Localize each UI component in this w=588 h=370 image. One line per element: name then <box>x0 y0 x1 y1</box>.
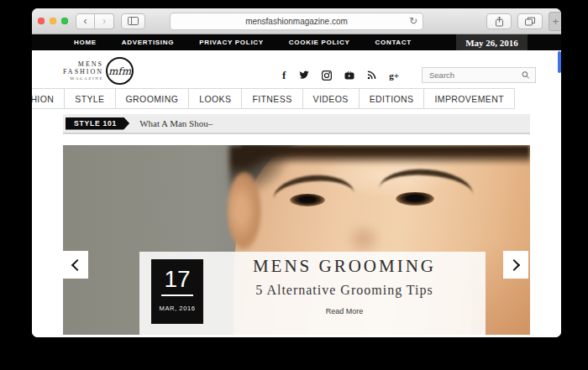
toolbar-right-group: + <box>486 12 555 31</box>
new-tab-button[interactable]: + <box>549 12 561 31</box>
post-day: 17 <box>151 267 203 292</box>
hero-photo-right-eye <box>396 192 434 206</box>
reload-button[interactable]: ↻ <box>409 15 417 27</box>
trending-ticker: STYLE 101 What A Man Shou– <box>63 114 530 134</box>
tab-editions[interactable]: EDITIONS <box>359 88 425 109</box>
twitter-bird-glyph <box>298 70 309 80</box>
window-controls <box>38 18 68 24</box>
minimize-window-button[interactable] <box>50 18 56 24</box>
ticker-headline-link[interactable]: What A Man Shou– <box>139 118 213 128</box>
hero-photo-nose-shadow <box>345 222 382 256</box>
search-input[interactable] <box>428 70 522 81</box>
tab-fitness[interactable]: FITNESS <box>241 88 302 109</box>
show-all-tabs-button[interactable] <box>517 13 543 29</box>
main-nav-tabs: FASHION STYLE GROOMING LOOKS FITNESS VID… <box>32 88 515 109</box>
instagram-glyph <box>322 70 332 81</box>
tabs-overview-icon <box>525 17 535 26</box>
tab-improvement[interactable]: IMPROVEMENT <box>423 88 515 109</box>
nav-link-privacy-policy[interactable]: PRIVACY POLICY <box>199 39 264 46</box>
address-bar[interactable]: mensfashionmagazine.com ↻ <box>170 13 423 30</box>
tab-looks[interactable]: LOOKS <box>188 88 242 109</box>
youtube-glyph <box>344 71 354 80</box>
logo-line-1: MENS <box>63 60 103 68</box>
site-top-nav: HOME ADVERTISING PRIVACY POLICY COOKIE P… <box>32 34 561 50</box>
search-box <box>422 67 536 83</box>
reload-icon: ↻ <box>409 15 417 27</box>
logo-monogram: mfm <box>108 65 131 77</box>
logo-monogram-circle: mfm <box>106 57 134 85</box>
hero-titles: MENS GROOMING 5 Alternative Grooming Tip… <box>203 256 486 315</box>
logo-line-3: MAGAZINE <box>63 76 103 81</box>
back-button[interactable]: ‹ <box>76 13 95 29</box>
chevron-left-icon <box>71 258 83 270</box>
browser-toolbar: ‹ › mensfashionmagazine.com ↻ + <box>32 8 561 34</box>
tab-fashion[interactable]: FASHION <box>32 88 65 109</box>
facebook-icon[interactable]: f <box>282 69 286 82</box>
logo-wordmark: MENS FASHION MAGAZINE <box>63 60 103 81</box>
share-button[interactable] <box>486 13 512 29</box>
rss-glyph <box>367 70 376 80</box>
nav-link-home[interactable]: HOME <box>74 39 97 46</box>
youtube-icon[interactable] <box>344 71 354 80</box>
nav-link-cookie-policy[interactable]: COOKIE POLICY <box>289 39 350 46</box>
social-search-row: f g+ <box>282 67 536 83</box>
tab-grooming[interactable]: GROOMING <box>115 88 190 109</box>
logo-line-2: FASHION <box>63 68 103 76</box>
tab-style[interactable]: STYLE <box>64 88 115 109</box>
carousel-next-button[interactable] <box>503 251 528 279</box>
scrollbar-thumb[interactable] <box>558 51 561 73</box>
carousel-prev-button[interactable] <box>63 251 88 279</box>
nav-link-contact[interactable]: CONTACT <box>375 39 412 46</box>
tab-videos[interactable]: VIDEOS <box>302 88 360 109</box>
back-icon: ‹ <box>84 16 87 26</box>
read-more-link[interactable]: Read More <box>203 307 486 315</box>
plus-icon: + <box>553 15 559 28</box>
sidebar-icon <box>128 17 139 25</box>
rss-icon[interactable] <box>367 70 376 80</box>
url-text: mensfashionmagazine.com <box>245 17 348 26</box>
site-logo[interactable]: MENS FASHION MAGAZINE mfm <box>63 57 134 85</box>
nav-link-advertising[interactable]: ADVERTISING <box>122 39 174 46</box>
current-date-badge: May 26, 2016 <box>456 34 528 50</box>
post-title-link[interactable]: 5 Alternative Grooming Tips <box>203 283 486 298</box>
twitter-icon[interactable] <box>298 70 309 80</box>
close-window-button[interactable] <box>38 18 45 24</box>
forward-icon: › <box>102 16 106 26</box>
browser-window: ‹ › mensfashionmagazine.com ↻ + HOME ADV… <box>32 8 561 337</box>
page-body: MENS FASHION MAGAZINE mfm f g+ <box>32 50 561 337</box>
share-icon <box>495 16 504 27</box>
chevron-right-icon <box>508 258 520 270</box>
post-date-block: 17 MAR, 2016 <box>151 259 203 324</box>
post-date-divider <box>161 294 193 296</box>
hero-photo-left-eye <box>290 194 325 206</box>
hero-carousel: 17 MAR, 2016 MENS GROOMING 5 Alternative… <box>63 145 530 335</box>
zoom-window-button[interactable] <box>61 18 68 24</box>
sidebar-button[interactable] <box>121 13 145 29</box>
search-icon[interactable] <box>522 70 530 80</box>
instagram-icon[interactable] <box>322 70 332 81</box>
forward-button[interactable]: › <box>95 13 114 29</box>
ticker-category-badge: STYLE 101 <box>66 117 129 130</box>
google-plus-icon[interactable]: g+ <box>389 70 399 81</box>
post-month-year: MAR, 2016 <box>151 305 203 312</box>
history-nav-group: ‹ › <box>76 13 114 29</box>
hero-photo-ear <box>228 172 261 249</box>
post-category-link[interactable]: MENS GROOMING <box>203 256 486 277</box>
